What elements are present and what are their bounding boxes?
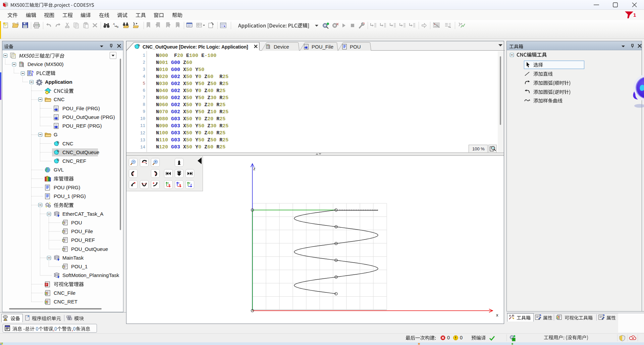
svg-text:G: G bbox=[138, 44, 140, 47]
svg-text:x: x bbox=[496, 313, 498, 318]
svg-text:z: z bbox=[253, 166, 256, 171]
svg-text:A: A bbox=[113, 22, 115, 25]
svg-text:B: B bbox=[117, 25, 118, 28]
